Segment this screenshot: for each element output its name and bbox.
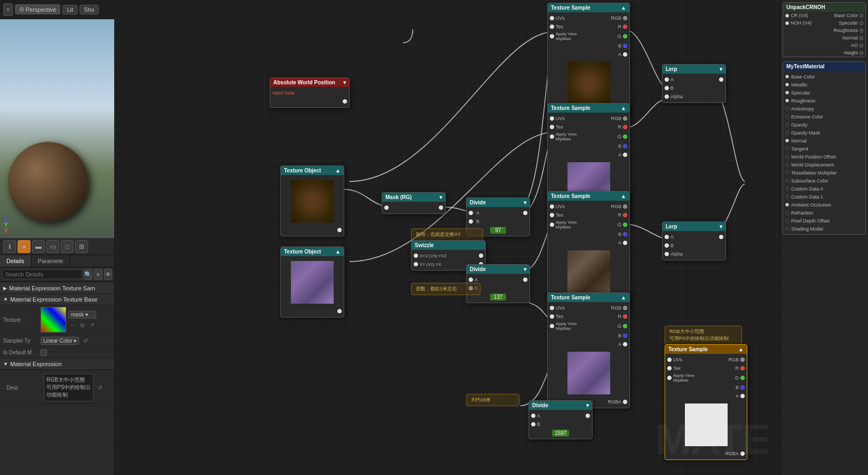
node-mask-rg[interactable]: Mask (RG) ▾ [382, 192, 446, 214]
ts3-g-out[interactable] [623, 223, 627, 227]
ts4-mip-in[interactable] [550, 324, 554, 328]
mat-pdo-port[interactable] [785, 219, 789, 223]
ts2-g-out[interactable] [623, 134, 627, 139]
sampler-type-dropdown[interactable]: Linear Color ▾ [41, 337, 79, 345]
ts1-b-out[interactable] [623, 44, 627, 48]
node-absolute-world-position[interactable]: Absolute World Position ▾ Input Data [270, 77, 350, 108]
div2-out[interactable] [523, 278, 527, 282]
desc-reset-btn[interactable]: ↺ [96, 383, 104, 392]
ts1-uvs-in[interactable] [550, 16, 554, 20]
to1-out-port[interactable] [337, 228, 342, 232]
lerp1-alpha-in[interactable] [665, 94, 669, 99]
texture-back-btn[interactable]: ← [68, 320, 77, 329]
ts1-r-out[interactable] [623, 25, 627, 29]
tab-details[interactable]: Details [0, 255, 31, 267]
ts4-a-out[interactable] [623, 342, 627, 346]
unpack-crnoh-node[interactable]: UnpackCRNOH CR (V4) Base Color NOH (V4) … [783, 2, 866, 57]
node-texture-sample-5[interactable]: Texture Sample ▲ UVs RGB Tex R Apply Vie… [665, 344, 747, 460]
ts2-uvs-in[interactable] [550, 116, 554, 121]
ts5-mip-in[interactable] [667, 376, 672, 380]
mat-emissive-port[interactable] [785, 115, 789, 118]
unpack-roughness-out[interactable] [859, 29, 863, 33]
mat-tess-port[interactable] [785, 171, 789, 175]
mat-roughness-port[interactable] [785, 99, 789, 102]
node-texture-object-1[interactable]: Texture Object ▲ [280, 165, 344, 236]
mat-cd0-port[interactable] [785, 187, 789, 191]
unpack-normal-out[interactable] [859, 36, 863, 40]
info-button[interactable]: ℹ [3, 240, 16, 253]
texture-thumbnail[interactable] [41, 307, 66, 332]
div2-a-in[interactable] [469, 278, 473, 282]
cylinder-button[interactable]: ▭ [46, 240, 59, 253]
viewport-menu-btn[interactable]: ≡ [3, 3, 13, 16]
unpack-ao-out[interactable] [859, 44, 863, 48]
ts2-rgb-out[interactable] [623, 116, 627, 121]
div1-out-port[interactable] [523, 211, 527, 215]
lerp2-alpha-in[interactable] [665, 252, 669, 256]
awp-out-port[interactable] [343, 99, 347, 104]
viewport-3d[interactable]: Z Y X [0, 19, 114, 238]
my-test-material-node[interactable]: MyTestMaterial Base Color Metallic Specu… [783, 61, 866, 235]
mat-shading-port[interactable] [785, 227, 789, 231]
ts1-tex-in[interactable] [550, 25, 554, 29]
mat-ao-port[interactable] [785, 203, 789, 207]
texture-open-btn[interactable]: ↗ [88, 320, 96, 329]
node-editor[interactable]: Absolute World Position ▾ Input Data Mas… [115, 0, 780, 475]
ts5-tex-in[interactable] [667, 366, 672, 370]
div3-a-in[interactable] [531, 414, 535, 418]
node-lerp1[interactable]: Lerp ▾ A B Alpha [662, 64, 726, 103]
texture-dropdown[interactable]: mask ▾ [68, 311, 96, 319]
ts4-g-out[interactable] [623, 324, 627, 328]
swizzle-xy-in[interactable] [414, 262, 418, 266]
ts3-mip-in[interactable] [550, 223, 554, 227]
unpack-base-color-out[interactable] [859, 14, 863, 18]
ts1-a-out[interactable] [623, 52, 627, 57]
ts5-r-out[interactable] [740, 366, 745, 370]
ts4-b-out[interactable] [623, 334, 627, 338]
section-material-expr[interactable]: ▼ Material Expression [0, 359, 114, 370]
mat-anisotropy-port[interactable] [785, 107, 789, 110]
ts5-rgba-out[interactable] [740, 452, 745, 456]
swizzle-xyz-in[interactable] [414, 254, 418, 258]
ts1-rgb-out[interactable] [623, 16, 627, 20]
texture-find-btn[interactable]: ◎ [78, 320, 86, 329]
perspective-button[interactable]: ⊙ Perspective [15, 4, 60, 14]
search-details-input[interactable] [2, 270, 82, 279]
ts3-b-out[interactable] [623, 232, 627, 236]
ts5-b-out[interactable] [740, 385, 745, 390]
ts5-rgb-out[interactable] [740, 358, 745, 362]
ts2-b-out[interactable] [623, 144, 627, 148]
mat-cd1-port[interactable] [785, 195, 789, 199]
search-button[interactable]: 🔍 [84, 269, 92, 280]
unpack-height-out[interactable] [859, 51, 863, 55]
lerp1-a-in[interactable] [665, 77, 669, 82]
ts5-a-out[interactable] [740, 394, 745, 398]
swizzle-xyz-out[interactable] [479, 254, 483, 258]
ts4-rgba-out[interactable] [623, 400, 627, 404]
section-material-expr-texture-sam[interactable]: ▶ Material Expression Texture Sam [0, 283, 114, 294]
ts3-tex-in[interactable] [550, 213, 554, 217]
ts3-r-out[interactable] [623, 213, 627, 217]
unpack-noh-in[interactable] [785, 21, 789, 25]
is-default-checkbox[interactable] [41, 350, 47, 356]
mat-refraction-port[interactable] [785, 211, 789, 215]
ts5-g-out[interactable] [740, 376, 745, 380]
node-texture-sample-4[interactable]: Texture Sample ▲ UVs RGB Tex R Apply Vie… [547, 292, 630, 408]
mat-ssc-port[interactable] [785, 179, 789, 183]
ts3-rgb-out[interactable] [623, 204, 627, 209]
node-lerp2[interactable]: Lerp ▾ A B Alpha [662, 221, 726, 260]
node-texture-object-2[interactable]: Texture Object ▲ [280, 247, 344, 318]
list-view-button[interactable]: ≡ [94, 269, 102, 280]
mat-opacity-mask-port[interactable] [785, 131, 789, 134]
ts3-a-out[interactable] [623, 241, 627, 245]
ts2-tex-in[interactable] [550, 125, 554, 129]
ts2-r-out[interactable] [623, 125, 627, 129]
div3-b-in[interactable] [531, 422, 535, 426]
lerp2-a-in[interactable] [665, 235, 669, 239]
ts4-rgb-out[interactable] [623, 306, 627, 310]
show-button[interactable]: Sho [80, 5, 99, 14]
unpack-cr-in[interactable] [785, 14, 789, 18]
ts4-uvs-in[interactable] [550, 306, 554, 310]
plane-button[interactable]: ▬ [32, 240, 45, 253]
box-button[interactable]: □ [61, 240, 74, 253]
